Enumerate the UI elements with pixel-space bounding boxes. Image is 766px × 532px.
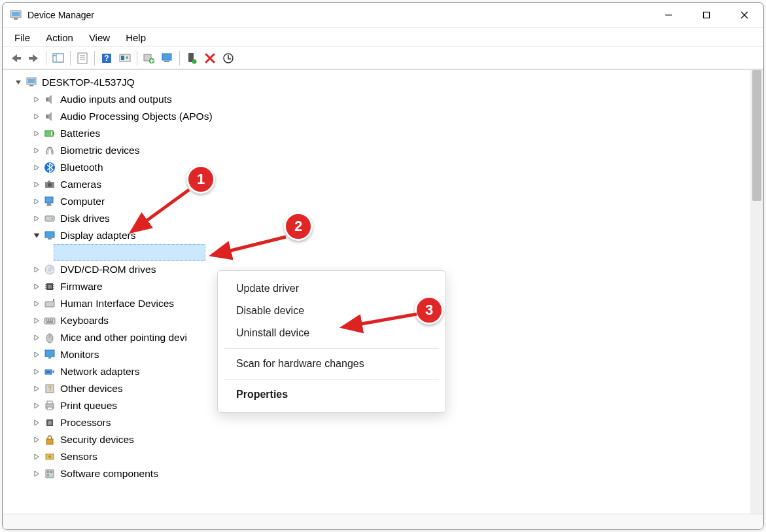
chevron-right-icon[interactable] xyxy=(31,162,42,173)
chevron-right-icon[interactable] xyxy=(31,281,42,292)
update-driver-button[interactable] xyxy=(140,49,158,67)
forward-button[interactable] xyxy=(25,49,43,67)
tree-category-label: Software components xyxy=(60,468,158,480)
chevron-right-icon[interactable] xyxy=(31,213,42,224)
menu-view[interactable]: View xyxy=(81,28,118,46)
hid-icon xyxy=(43,297,56,310)
svg-rect-4 xyxy=(704,12,710,18)
svg-point-37 xyxy=(48,183,52,187)
svg-rect-9 xyxy=(53,54,63,62)
chevron-right-icon[interactable] xyxy=(31,179,42,190)
chevron-right-icon[interactable] xyxy=(31,383,42,394)
cm-update-driver[interactable]: Update driver xyxy=(218,277,445,300)
disable-device-button[interactable] xyxy=(219,49,237,67)
tree-category[interactable]: Cameras xyxy=(8,176,750,193)
svg-rect-44 xyxy=(45,232,54,238)
chevron-right-icon[interactable] xyxy=(31,400,42,411)
speaker-icon xyxy=(43,110,56,123)
chevron-down-icon[interactable] xyxy=(13,77,24,88)
tree-category[interactable]: Audio inputs and outputs xyxy=(8,91,750,108)
maximize-button[interactable] xyxy=(688,3,725,27)
sensor-icon xyxy=(43,450,56,463)
tree-category[interactable]: Sensors xyxy=(8,448,750,465)
show-hide-console-tree-button[interactable] xyxy=(49,49,67,67)
cm-separator xyxy=(224,379,439,380)
enable-device-button[interactable] xyxy=(183,49,201,67)
tree-category[interactable]: Security devices xyxy=(8,431,750,448)
help-button[interactable]: ? xyxy=(97,49,116,67)
speaker-icon xyxy=(43,93,56,106)
svg-rect-73 xyxy=(47,401,52,404)
vertical-scrollbar[interactable] xyxy=(750,70,763,514)
disk-icon xyxy=(43,212,56,225)
tree-category-label: Computer xyxy=(60,196,105,207)
uninstall-device-button[interactable] xyxy=(201,49,219,67)
tree-category-label: Keyboards xyxy=(60,315,109,327)
close-button[interactable] xyxy=(725,3,763,27)
cm-disable-device[interactable]: Disable device xyxy=(218,300,445,322)
tree-category-label: Monitors xyxy=(60,349,99,361)
chevron-right-icon[interactable] xyxy=(31,315,42,326)
action-center-button[interactable] xyxy=(116,49,134,67)
battery-icon xyxy=(43,127,56,140)
tree-category-label: Cameras xyxy=(60,179,101,190)
tree-category[interactable]: Biometric devices xyxy=(8,142,750,159)
chevron-right-icon[interactable] xyxy=(31,332,42,343)
tree-category[interactable]: Audio Processing Objects (APOs) xyxy=(8,108,750,125)
svg-rect-11 xyxy=(54,55,56,56)
chevron-right-icon[interactable] xyxy=(31,145,42,156)
properties-button[interactable] xyxy=(73,49,92,67)
tree-root[interactable]: DESKTOP-4L537JQ xyxy=(8,74,750,91)
svg-point-79 xyxy=(48,455,51,458)
device-manager-window: Device Manager File Action View Help ? xyxy=(2,2,764,530)
cm-scan-hardware[interactable]: Scan for hardware changes xyxy=(218,353,445,375)
chevron-right-icon[interactable] xyxy=(31,366,42,377)
svg-text:?: ? xyxy=(104,54,109,63)
software-icon xyxy=(43,467,56,480)
menu-action[interactable]: Action xyxy=(38,28,81,46)
chevron-right-icon[interactable] xyxy=(31,434,42,445)
chevron-right-icon[interactable] xyxy=(31,128,42,139)
chevron-right-icon[interactable] xyxy=(31,196,42,207)
cm-uninstall-device[interactable]: Uninstall device xyxy=(218,322,445,344)
chevron-down-icon[interactable] xyxy=(31,230,42,241)
chevron-right-icon[interactable] xyxy=(31,298,42,309)
chevron-right-icon[interactable] xyxy=(31,452,42,462)
computer-icon xyxy=(25,76,38,89)
chevron-right-icon[interactable] xyxy=(31,349,42,360)
svg-text:?: ? xyxy=(48,385,52,393)
tree-category[interactable]: Processors xyxy=(8,414,750,431)
chevron-right-icon[interactable] xyxy=(31,264,42,275)
svg-rect-66 xyxy=(45,350,54,357)
chevron-right-icon[interactable] xyxy=(31,111,42,122)
titlebar: Device Manager xyxy=(3,3,763,27)
svg-rect-62 xyxy=(52,319,53,321)
svg-rect-45 xyxy=(48,238,52,239)
menu-help[interactable]: Help xyxy=(118,28,154,46)
svg-point-43 xyxy=(52,218,53,219)
scan-hardware-button[interactable] xyxy=(158,49,177,67)
svg-rect-33 xyxy=(53,132,54,135)
tree-category[interactable]: Display adapters xyxy=(8,227,750,244)
tree-category[interactable]: Software components xyxy=(8,465,750,482)
tree-selected-device[interactable] xyxy=(8,244,750,261)
tree-category-label: DVD/CD-ROM drives xyxy=(60,264,156,275)
cm-properties[interactable]: Properties xyxy=(218,383,445,406)
tree-category-label: Security devices xyxy=(60,434,134,446)
svg-rect-19 xyxy=(121,56,124,60)
chevron-right-icon[interactable] xyxy=(31,469,42,479)
menu-file[interactable]: File xyxy=(7,28,38,46)
chevron-right-icon[interactable] xyxy=(31,417,42,428)
chevron-right-icon[interactable] xyxy=(31,94,42,105)
camera-icon xyxy=(43,178,56,191)
tree-category[interactable]: Batteries xyxy=(8,125,750,142)
lock-icon xyxy=(43,433,56,446)
svg-rect-1 xyxy=(12,12,20,16)
tree-category[interactable]: Bluetooth xyxy=(8,159,750,176)
minimize-button[interactable] xyxy=(650,3,688,27)
tree-category[interactable]: Computer xyxy=(8,193,750,210)
tree-category[interactable]: Disk drives xyxy=(8,210,750,227)
svg-rect-23 xyxy=(164,61,169,62)
back-button[interactable] xyxy=(7,49,25,67)
network-icon xyxy=(43,365,56,378)
